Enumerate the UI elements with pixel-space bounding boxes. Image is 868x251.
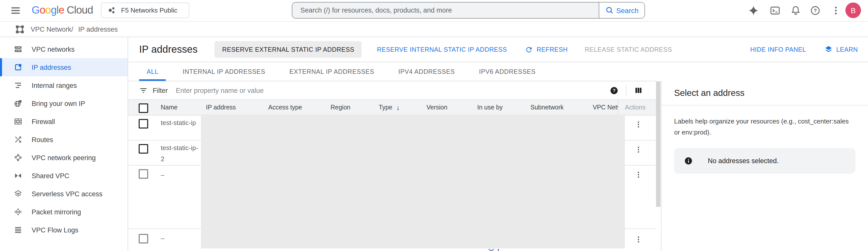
vpc-network-icon xyxy=(15,24,25,34)
row-checkbox[interactable] xyxy=(138,234,148,244)
serverless-vpc-icon xyxy=(13,189,23,198)
tab-label: IPV6 ADDRESSES xyxy=(479,68,535,75)
tab-bar: ALL INTERNAL IP ADDRESSES EXTERNAL IP AD… xyxy=(128,62,656,81)
row-actions-menu-icon[interactable] xyxy=(634,170,643,179)
gemini-sparkle-icon[interactable] xyxy=(748,5,759,16)
network-peering-icon xyxy=(13,153,23,162)
notifications-bell-icon[interactable] xyxy=(790,5,801,16)
vpc-networks-icon xyxy=(13,45,23,54)
internal-ranges-icon xyxy=(13,81,23,90)
refresh-button[interactable]: REFRESH xyxy=(522,45,571,54)
ip-addresses-icon xyxy=(13,63,23,72)
main-content: IP addresses RESERVE EXTERNAL STATIC IP … xyxy=(128,37,868,251)
top-bar: GoogleCloud F5 Networks Public Search xyxy=(0,0,868,21)
shared-vpc-icon xyxy=(13,171,23,180)
tab-external-ip-addresses[interactable]: EXTERNAL IP ADDRESSES xyxy=(282,62,382,81)
column-header-subnetwork[interactable]: Subnetwork xyxy=(530,100,564,115)
row-actions-menu-icon[interactable] xyxy=(634,235,643,244)
breadcrumb-section[interactable]: VPC Network xyxy=(31,25,71,33)
filter-bar: Filter ? xyxy=(128,81,656,100)
row-actions-menu-icon[interactable] xyxy=(634,145,643,154)
filter-input[interactable] xyxy=(175,86,610,95)
column-header-version[interactable]: Version xyxy=(427,100,447,115)
select-all-checkbox[interactable] xyxy=(138,103,148,113)
sidebar-item-label: Routes xyxy=(32,136,53,143)
firewall-icon xyxy=(13,117,23,126)
sidebar-item-label: Bring your own IP xyxy=(32,100,85,107)
learn-button[interactable]: LEARN xyxy=(821,45,861,54)
svg-text:?: ? xyxy=(613,88,615,93)
app-window: GoogleCloud F5 Networks Public Search xyxy=(0,0,868,251)
breadcrumb-separator: / xyxy=(71,25,73,33)
cloud-shell-icon[interactable] xyxy=(770,5,781,16)
row-checkbox[interactable] xyxy=(138,144,148,154)
tab-all[interactable]: ALL xyxy=(139,62,166,81)
row-checkbox[interactable] xyxy=(138,169,148,179)
filter-help-icon[interactable]: ? xyxy=(610,86,618,95)
column-header-ip-address[interactable]: IP address xyxy=(206,100,236,115)
search-icon xyxy=(605,6,614,14)
column-header-type[interactable]: Type ↓ xyxy=(379,100,400,115)
row-name[interactable]: test-static-ip xyxy=(161,118,200,128)
column-header-in-use-by[interactable]: In use by xyxy=(477,100,502,115)
global-search: Search xyxy=(292,2,645,19)
sidebar-item-label: Shared VPC xyxy=(32,172,69,180)
breadcrumb-page: IP addresses xyxy=(79,25,118,33)
tab-ipv4-addresses[interactable]: IPV4 ADDRESSES xyxy=(391,62,462,81)
sidebar-item-internal-ranges[interactable]: Internal ranges xyxy=(0,76,128,94)
redacted-table-data xyxy=(201,115,625,249)
info-panel-header: Select an address xyxy=(661,81,868,105)
hide-info-panel-button[interactable]: HIDE INFO PANEL xyxy=(747,45,809,54)
logo-letter: g xyxy=(51,4,56,15)
google-cloud-logo[interactable]: GoogleCloud xyxy=(32,4,93,16)
release-static-address-button[interactable]: RELEASE STATIC ADDRESS xyxy=(582,45,675,54)
tab-label: ALL xyxy=(147,68,158,75)
tab-internal-ip-addresses[interactable]: INTERNAL IP ADDRESSES xyxy=(175,62,273,81)
sidebar-item-label: Firewall xyxy=(32,118,55,125)
scrollbar-thumb[interactable] xyxy=(656,81,660,207)
column-label: IP address xyxy=(206,104,236,111)
globe-icon xyxy=(13,99,23,108)
column-display-icon[interactable] xyxy=(634,86,643,95)
sidebar-item-shared-vpc[interactable]: Shared VPC xyxy=(0,167,128,185)
info-panel: Select an address Labels help organize y… xyxy=(661,81,868,251)
project-selector[interactable]: F5 Networks Public xyxy=(101,2,189,18)
logo-letter: l xyxy=(57,4,59,15)
sidebar-item-vpc-flow-logs[interactable]: VPC Flow Logs xyxy=(0,221,128,239)
column-header-name[interactable]: Name xyxy=(161,100,178,115)
row-actions-menu-icon[interactable] xyxy=(634,120,643,129)
column-label: VPC Network xyxy=(593,104,618,111)
tab-ipv6-addresses[interactable]: IPV6 ADDRESSES xyxy=(471,62,543,81)
help-icon[interactable]: ? xyxy=(810,5,821,16)
reserve-external-static-ip-button[interactable]: RESERVE EXTERNAL STATIC IP ADDRESS xyxy=(215,41,362,58)
hamburger-menu-icon[interactable] xyxy=(10,5,21,16)
no-selection-notice: No addresses selected. xyxy=(674,148,856,174)
sidebar-item-packet-mirroring[interactable]: Packet mirroring xyxy=(0,203,128,221)
routes-icon xyxy=(13,135,23,144)
column-header-region[interactable]: Region xyxy=(331,100,350,115)
row-checkbox[interactable] xyxy=(138,119,148,128)
sidebar-item-vpc-networks[interactable]: VPC networks xyxy=(0,40,128,58)
column-header-access-type[interactable]: Access type xyxy=(268,100,302,115)
action-bar: IP addresses RESERVE EXTERNAL STATIC IP … xyxy=(128,37,868,62)
avatar[interactable]: B xyxy=(845,2,861,18)
sidebar-item-firewall[interactable]: Firewall xyxy=(0,113,128,130)
column-header-vpc-network[interactable]: VPC Network xyxy=(593,100,618,115)
sidebar-item-bring-your-own-ip[interactable]: Bring your own IP xyxy=(0,94,128,113)
sidebar-item-label: VPC networks xyxy=(32,45,74,53)
filter-label: Filter xyxy=(153,87,168,94)
column-header-actions: Actions xyxy=(625,100,646,115)
sidebar-item-routes[interactable]: Routes xyxy=(0,130,128,149)
row-name[interactable]: test-static-ip-2 xyxy=(161,143,200,165)
search-button[interactable]: Search xyxy=(599,2,645,18)
sort-desc-icon[interactable]: ↓ xyxy=(396,104,400,111)
search-button-label: Search xyxy=(616,6,639,14)
sidebar-item-serverless-vpc-access[interactable]: Serverless VPC access xyxy=(0,185,128,203)
search-input[interactable] xyxy=(292,2,599,18)
sidebar-item-ip-addresses[interactable]: IP addresses xyxy=(0,58,128,76)
tab-label: IPV4 ADDRESSES xyxy=(398,68,455,75)
refresh-label: REFRESH xyxy=(537,46,568,53)
sidebar-item-vpc-network-peering[interactable]: VPC network peering xyxy=(0,149,128,167)
more-vertical-icon[interactable] xyxy=(830,5,841,16)
reserve-internal-static-ip-button[interactable]: RESERVE INTERNAL STATIC IP ADDRESS xyxy=(374,45,510,54)
